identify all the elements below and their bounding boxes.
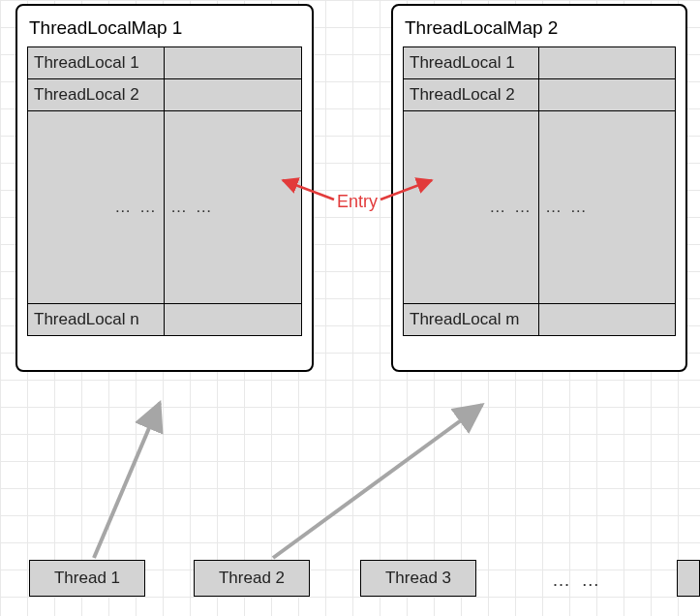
map2-row1-value bbox=[539, 79, 675, 110]
threadlocalmap-1: ThreadLocalMap 1 ThreadLocal 1 ThreadLoc… bbox=[15, 4, 314, 372]
thread-2-label: Thread 2 bbox=[219, 569, 285, 588]
map2-row2-key: … … bbox=[489, 198, 533, 217]
map2-table: ThreadLocal 1 ThreadLocal 2 … … … … Thre… bbox=[403, 46, 676, 336]
table-row: … … … … bbox=[404, 111, 675, 304]
thread1-to-map1-arrow bbox=[94, 403, 160, 558]
map2-row3-key: ThreadLocal m bbox=[404, 304, 539, 335]
thread-extra-box bbox=[677, 560, 700, 597]
table-row: … … … … bbox=[28, 111, 301, 304]
map2-row0-key: ThreadLocal 1 bbox=[404, 47, 539, 78]
table-row: ThreadLocal 1 bbox=[404, 47, 675, 79]
map2-row1-key: ThreadLocal 2 bbox=[404, 79, 539, 110]
threadlocalmap-2: ThreadLocalMap 2 ThreadLocal 1 ThreadLoc… bbox=[391, 4, 687, 372]
table-row: ThreadLocal n bbox=[28, 304, 301, 335]
thread-2-box: Thread 2 bbox=[194, 560, 310, 597]
table-row: ThreadLocal 2 bbox=[404, 79, 675, 111]
map1-row0-key: ThreadLocal 1 bbox=[28, 47, 165, 78]
map2-row0-value bbox=[539, 47, 675, 78]
thread-1-label: Thread 1 bbox=[54, 569, 120, 588]
map1-row2-value: … … bbox=[170, 198, 214, 217]
map2-row2-value: … … bbox=[545, 198, 589, 217]
map2-row3-value bbox=[539, 304, 675, 335]
thread-1-box: Thread 1 bbox=[29, 560, 145, 597]
entry-label: Entry bbox=[337, 192, 378, 212]
table-row: ThreadLocal 2 bbox=[28, 79, 301, 111]
map1-row1-value bbox=[165, 79, 301, 110]
thread-3-label: Thread 3 bbox=[385, 569, 451, 588]
table-row: ThreadLocal 1 bbox=[28, 47, 301, 79]
table-row: ThreadLocal m bbox=[404, 304, 675, 335]
map1-row3-value bbox=[165, 304, 301, 335]
map1-row2-key: … … bbox=[114, 198, 158, 217]
map1-row3-key: ThreadLocal n bbox=[28, 304, 165, 335]
map2-title: ThreadLocalMap 2 bbox=[403, 14, 676, 46]
thread-ellipsis: … … bbox=[552, 570, 602, 591]
thread-3-box: Thread 3 bbox=[360, 560, 476, 597]
thread2-to-map2-arrow bbox=[273, 405, 482, 558]
map1-title: ThreadLocalMap 1 bbox=[27, 14, 302, 46]
map1-table: ThreadLocal 1 ThreadLocal 2 … … … … Thre… bbox=[27, 46, 302, 336]
map1-row0-value bbox=[165, 47, 301, 78]
map1-row1-key: ThreadLocal 2 bbox=[28, 79, 165, 110]
